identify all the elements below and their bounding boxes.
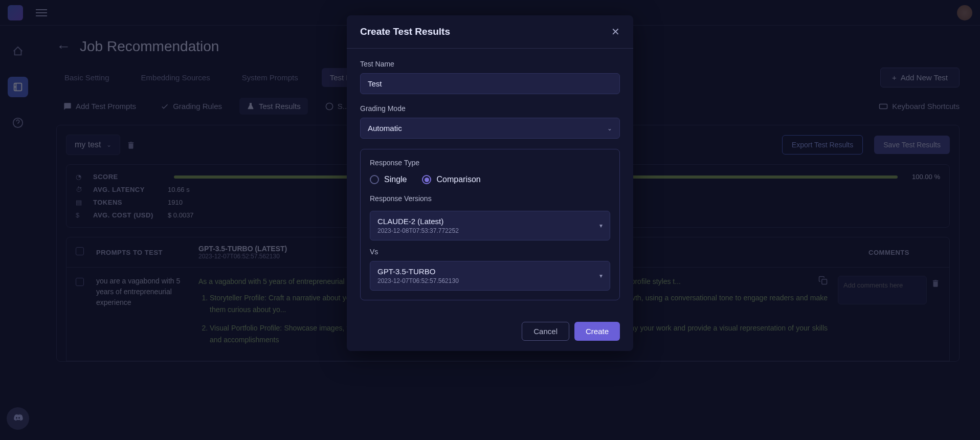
chevron-down-icon: ⌄ xyxy=(607,125,612,132)
radio-circle-checked-icon xyxy=(422,175,431,184)
radio-single[interactable]: Single xyxy=(370,175,407,184)
version-2-select[interactable]: GPT-3.5-TURBO 2023-12-07T06:52:57.562130… xyxy=(370,261,610,291)
version-1-select[interactable]: CLAUDE-2 (Latest) 2023-12-08T07:53:37.77… xyxy=(370,211,610,240)
create-test-results-modal: Create Test Results ✕ Test Name Grading … xyxy=(347,15,633,351)
grading-mode-select[interactable]: Automatic ⌄ xyxy=(360,118,620,139)
close-icon[interactable]: ✕ xyxy=(611,26,620,38)
radio-comparison[interactable]: Comparison xyxy=(422,175,480,184)
radio-circle-icon xyxy=(370,175,379,184)
cancel-button[interactable]: Cancel xyxy=(522,322,569,341)
response-type-fieldset: Response Type Single Comparison Response… xyxy=(360,149,620,300)
modal-title: Create Test Results xyxy=(360,26,450,37)
caret-down-icon: ▾ xyxy=(599,272,603,279)
test-name-label: Test Name xyxy=(360,60,620,68)
create-button[interactable]: Create xyxy=(574,322,620,341)
grading-mode-label: Grading Mode xyxy=(360,104,620,113)
caret-down-icon: ▾ xyxy=(599,222,603,229)
test-name-input[interactable] xyxy=(360,73,620,94)
